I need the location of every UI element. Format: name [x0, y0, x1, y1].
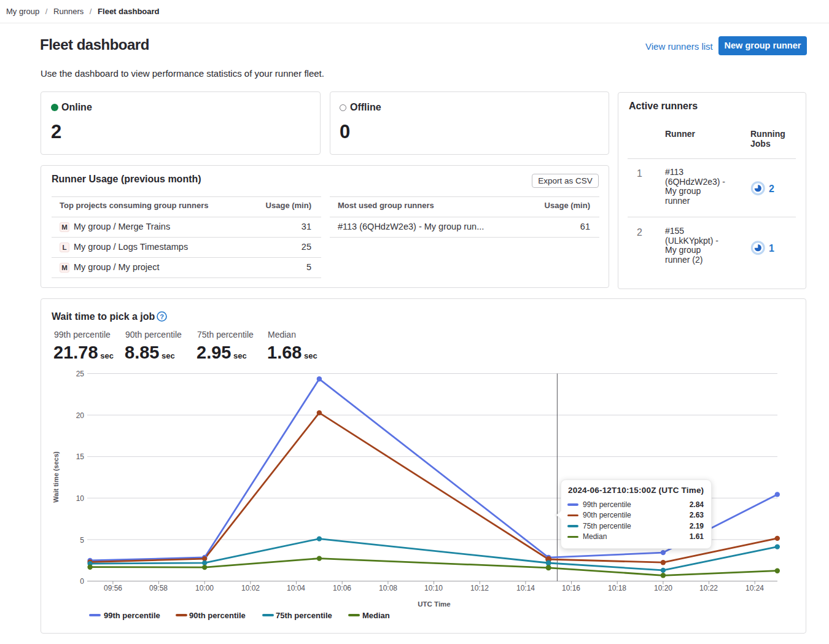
svg-text:?: ?	[160, 313, 164, 320]
